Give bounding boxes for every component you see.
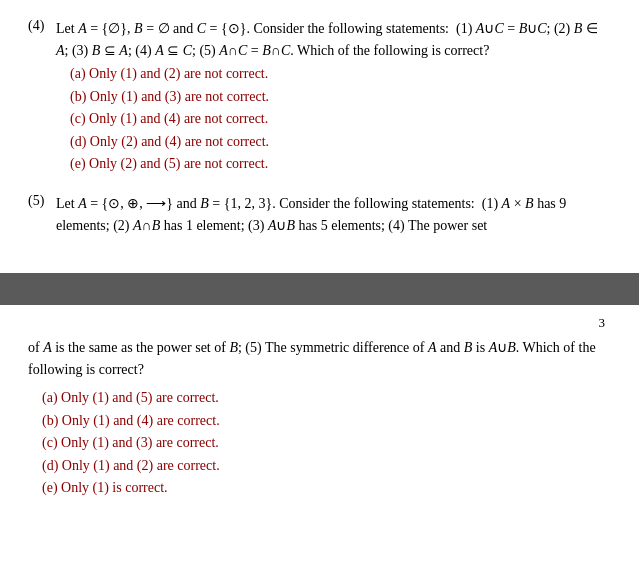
question-5-options: (a) Only (1) and (5) are correct. (b) On…: [28, 387, 611, 499]
question-5: (5) Let A = {⊙, ⊕, ⟶} and B = {1, 2, 3}.…: [28, 193, 611, 236]
continuation-text: of A is the same as the power set of B; …: [28, 337, 611, 382]
question-4-options: (a) Only (1) and (2) are not correct. (b…: [28, 63, 611, 175]
option-5d: (d) Only (1) and (2) are correct.: [42, 455, 611, 477]
question-4-number: (4): [28, 18, 56, 61]
page-top: (4) Let A = {∅}, B = ∅ and C = {⊙}. Cons…: [0, 0, 639, 273]
question-5-main: (5) Let A = {⊙, ⊕, ⟶} and B = {1, 2, 3}.…: [28, 193, 611, 236]
page-number: 3: [28, 315, 611, 331]
option-5a: (a) Only (1) and (5) are correct.: [42, 387, 611, 409]
option-5c: (c) Only (1) and (3) are correct.: [42, 432, 611, 454]
option-4a: (a) Only (1) and (2) are not correct.: [70, 63, 611, 85]
option-4e: (e) Only (2) and (5) are not correct.: [70, 153, 611, 175]
option-5e: (e) Only (1) is correct.: [42, 477, 611, 499]
page-bottom: 3 of A is the same as the power set of B…: [0, 305, 639, 518]
question-5-number: (5): [28, 193, 56, 236]
option-4c: (c) Only (1) and (4) are not correct.: [70, 108, 611, 130]
option-4d: (d) Only (2) and (4) are not correct.: [70, 131, 611, 153]
question-4-text: Let A = {∅}, B = ∅ and C = {⊙}. Consider…: [56, 18, 611, 61]
option-5b: (b) Only (1) and (4) are correct.: [42, 410, 611, 432]
option-4b: (b) Only (1) and (3) are not correct.: [70, 86, 611, 108]
question-5-text: Let A = {⊙, ⊕, ⟶} and B = {1, 2, 3}. Con…: [56, 193, 611, 236]
page-divider: [0, 273, 639, 305]
question-4-main: (4) Let A = {∅}, B = ∅ and C = {⊙}. Cons…: [28, 18, 611, 61]
question-4: (4) Let A = {∅}, B = ∅ and C = {⊙}. Cons…: [28, 18, 611, 175]
